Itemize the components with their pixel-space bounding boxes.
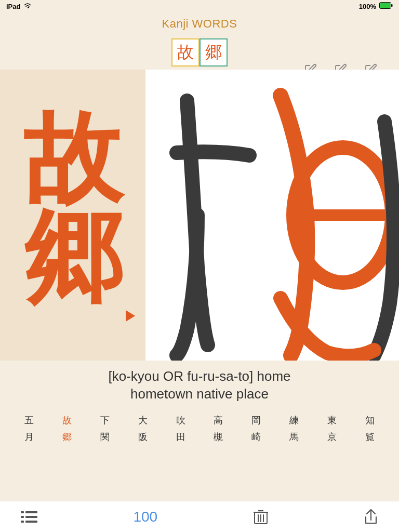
count-number: 100 [133,509,157,525]
share-tab[interactable] [364,509,378,525]
svg-rect-1 [380,3,391,8]
svg-rect-9 [21,521,24,523]
related-kanji-item[interactable]: 馬 [275,429,313,445]
wifi-icon [23,3,32,10]
app-header: Kanji WORDS [0,12,399,35]
trash-tab[interactable] [254,509,268,525]
status-right: 100% [359,2,393,10]
count-display: 100 [133,509,157,525]
app-title: Kanji WORDS [162,17,237,31]
related-kanji-item[interactable]: 阪 [124,429,162,445]
stroke-panel [145,70,399,361]
related-kanji-item[interactable]: 大 [124,413,162,428]
related-kanji-item[interactable]: 練 [275,413,313,428]
kanji-card-1[interactable]: 故 [171,38,200,66]
related-kanji-section: 五 故 下 大 吹 高 岡 練 東 知 月 郷 関 阪 田 槻 崎 馬 京 覧 [0,408,399,449]
related-kanji-item[interactable]: 高 [200,413,237,428]
svg-rect-5 [21,511,24,513]
related-kanji-item[interactable]: 京 [313,429,351,445]
play-button[interactable] [126,310,135,322]
related-kanji-item[interactable]: 知 [351,413,389,428]
pronunciation-line2: hometown native place [130,386,269,402]
meaning-section: [ko-kyou OR fu-ru-sa-to] home hometown n… [0,361,399,408]
related-kanji-item[interactable]: 関 [86,429,124,445]
status-bar: iPad 100% [0,0,399,12]
related-kanji-item[interactable]: 吹 [162,413,200,428]
list-tab[interactable] [21,510,37,524]
svg-rect-10 [25,521,37,523]
related-kanji-item[interactable]: 下 [86,413,124,428]
related-kanji-item[interactable]: 東 [313,413,351,428]
left-panel: 故 郷 [0,70,145,361]
related-kanji-item[interactable]: 岡 [237,413,275,428]
stroke-svg [145,70,399,361]
kanji-card-2[interactable]: 郷 [200,38,228,66]
status-left: iPad [6,3,32,10]
related-kanji-item[interactable]: 覧 [351,429,389,445]
related-kanji-item[interactable]: 五 [10,413,48,428]
related-kanji-item[interactable]: 崎 [237,429,275,445]
tab-bar: 100 [0,501,399,532]
svg-rect-2 [391,4,393,7]
kanji-line1: 故 [23,109,122,207]
related-kanji-item[interactable]: 田 [162,429,200,445]
battery-icon [379,2,393,10]
related-kanji-item-kyou[interactable]: 郷 [48,429,86,445]
related-kanji-item[interactable]: 槻 [200,429,237,445]
kanji-large-display: 故 郷 [23,109,122,306]
main-content: 故 郷 [0,70,399,361]
kanji-char-2: 郷 [205,41,222,64]
kanji-line2: 郷 [23,207,122,306]
related-kanji-item-ko[interactable]: 故 [48,413,86,428]
related-kanji-item[interactable]: 月 [10,429,48,445]
svg-rect-7 [21,516,24,518]
battery-percent: 100% [359,3,376,10]
svg-rect-6 [25,511,37,513]
pronunciation-line1: [ko-kyou OR fu-ru-sa-to] home [108,368,290,384]
ipad-label: iPad [6,3,20,10]
pronunciation-text: [ko-kyou OR fu-ru-sa-to] home hometown n… [10,368,389,403]
kanji-char-1: 故 [177,41,194,64]
svg-rect-8 [25,516,37,518]
